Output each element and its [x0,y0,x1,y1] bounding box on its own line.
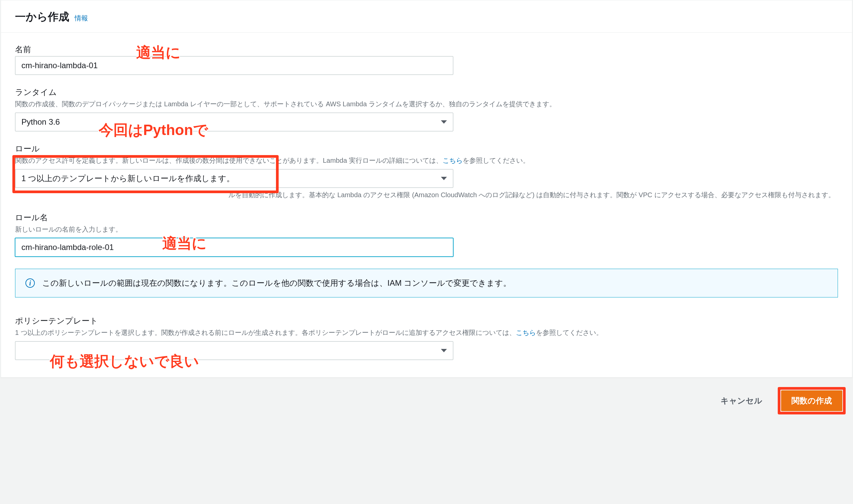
role-name-field-group: ロール名 新しいロールの名前を入力します。 適当に [15,212,838,257]
role-select[interactable]: 1 つ以上のテンプレートから新しいロールを作成します。 [15,169,453,188]
name-field-group: 名前 適当に [15,44,838,75]
chevron-down-icon [441,349,447,352]
runtime-label: ランタイム [15,87,838,97]
role-label: ロール [15,143,838,154]
create-from-scratch-panel: 一から作成 情報 名前 適当に ランタイム 関数の作成後、関数のデプロイパッケー… [1,0,852,378]
policy-docs-link[interactable]: こちら [516,329,536,336]
runtime-hint: 関数の作成後、関数のデプロイパッケージまたは Lambda レイヤーの一部として… [15,99,838,109]
create-function-button[interactable]: 関数の作成 [781,390,842,411]
name-input[interactable] [15,56,453,75]
info-message: この新しいロールの範囲は現在の関数になります。このロールを他の関数で使用する場合… [42,278,511,288]
role-name-input[interactable] [15,238,453,257]
role-selected-value: 1 つ以上のテンプレートから新しいロールを作成します。 [21,173,234,184]
panel-header: 一から作成 情報 [1,0,852,28]
runtime-selected-value: Python 3.6 [21,117,60,127]
policy-select[interactable] [15,341,453,360]
role-docs-link[interactable]: こちら [442,157,463,164]
role-hint: 関数のアクセス許可を定義します。新しいロールは、作成後の数分間は使用できないこと… [15,156,838,166]
info-link[interactable]: 情報 [75,14,88,23]
info-icon: i [25,278,35,288]
role-field-group: ロール 関数のアクセス許可を定義します。新しいロールは、作成後の数分間は使用でき… [15,143,838,200]
chevron-down-icon [441,120,447,124]
role-after-hint: Lambda は、選択したポリシーテンプレートのアクセス権限を持つロールを自動的… [15,190,838,200]
role-scope-info-box: i この新しいロールの範囲は現在の関数になります。このロールを他の関数で使用する… [15,269,838,298]
policy-field-group: ポリシーテンプレート 1 つ以上のポリシーテンプレートを選択します。関数が作成さ… [15,316,838,360]
policy-hint: 1 つ以上のポリシーテンプレートを選択します。関数が作成される前にロールが生成さ… [15,327,838,338]
runtime-select[interactable]: Python 3.6 [15,113,453,131]
chevron-down-icon [441,177,447,180]
footer: キャンセル 関数の作成 [0,378,853,418]
name-label: 名前 [15,44,838,55]
annotation-box-create: 関数の作成 [778,387,846,414]
cancel-button[interactable]: キャンセル [714,391,768,410]
panel-body: 名前 適当に ランタイム 関数の作成後、関数のデプロイパッケージまたは Lamb… [1,33,852,377]
panel-title: 一から作成 [15,10,69,24]
policy-label: ポリシーテンプレート [15,316,838,326]
runtime-field-group: ランタイム 関数の作成後、関数のデプロイパッケージまたは Lambda レイヤー… [15,87,838,131]
role-name-label: ロール名 [15,212,838,223]
role-name-hint: 新しいロールの名前を入力します。 [15,224,838,235]
